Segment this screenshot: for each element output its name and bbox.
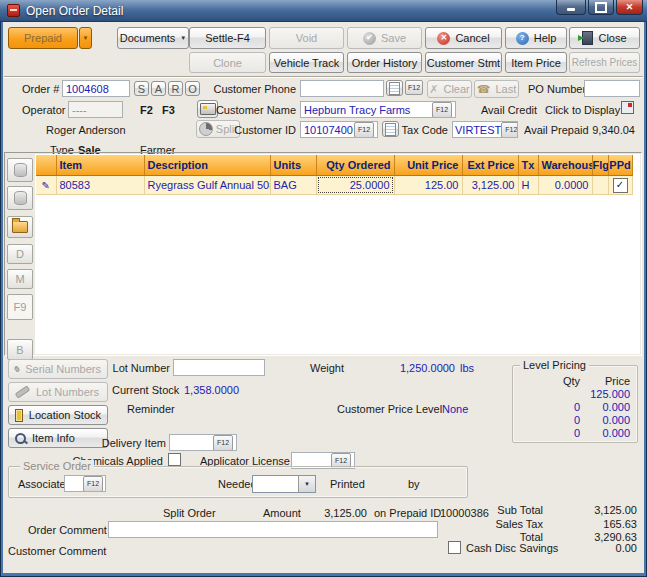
delivery-item-f12-button[interactable]: F12 [213, 435, 233, 451]
customer-name-field[interactable]: Hepburn Tracy FarmsF12 [300, 101, 456, 118]
item-price-button[interactable]: Item Price [505, 52, 567, 73]
lot-numbers-button[interactable]: Lot Numbers [8, 382, 108, 402]
clear-button[interactable]: ✗Clear [427, 80, 472, 98]
customer-stmt-button[interactable]: Customer Stmt [425, 52, 502, 73]
cell-description[interactable]: Ryegrass Gulf Annual 50# [144, 176, 270, 195]
operator-field[interactable]: ---- [68, 101, 123, 118]
clone-button[interactable]: Clone [189, 52, 266, 73]
help-button[interactable]: ?Help [505, 27, 567, 49]
column-header-units[interactable]: Units [270, 155, 316, 176]
db-add-icon [14, 163, 27, 177]
printed-label: Printed [330, 478, 365, 490]
avail-credit-icon[interactable] [621, 101, 634, 114]
order-history-button[interactable]: Order History [347, 52, 422, 73]
notepad-icon [389, 82, 400, 95]
associate-f12-button[interactable]: F12 [83, 476, 103, 492]
save-button[interactable]: ✔Save [347, 27, 422, 49]
delivery-item-field[interactable]: F12 [169, 434, 237, 451]
cell-units[interactable]: BAG [270, 176, 316, 195]
d-button[interactable]: D [7, 244, 33, 264]
wand-icon [15, 385, 31, 399]
ppd-checkbox[interactable]: ✓ [613, 178, 628, 193]
needed-dropdown[interactable]: ▼ [252, 475, 316, 493]
serial-numbers-button[interactable]: Serial Numbers [8, 359, 108, 379]
customer-name-f12-button[interactable]: F12 [432, 102, 452, 118]
cell-warehouse[interactable]: 0.0000 [538, 176, 592, 195]
cancel-button[interactable]: ✕Cancel [425, 27, 502, 49]
sub-total-label: Sub Total [480, 504, 543, 516]
saro-button-s[interactable]: S [134, 81, 149, 96]
vehicle-track-button[interactable]: Vehicle Track [269, 52, 344, 73]
po-number-field[interactable] [584, 80, 640, 97]
cell-ppd[interactable]: ✓ [608, 176, 632, 195]
column-header-unit-price[interactable]: Unit Price [394, 155, 462, 176]
phone-f12-button[interactable]: F12 [405, 80, 423, 95]
avail-credit-value[interactable]: Click to Display [545, 104, 620, 116]
close-button[interactable]: Close [569, 27, 640, 49]
order-number-field[interactable]: 1004608 [62, 80, 130, 97]
grid-corner-cell[interactable] [36, 155, 56, 176]
column-header-ext-price[interactable]: Ext Price [462, 155, 518, 176]
void-button[interactable]: Void [269, 27, 344, 49]
insert-item-button[interactable] [7, 158, 33, 182]
associate-field[interactable]: F12 [64, 475, 106, 492]
minimize-button[interactable] [556, 0, 586, 15]
documents-button[interactable]: Documents▼ [117, 27, 189, 49]
cell-ext-price[interactable]: 3,125.00 [462, 176, 518, 195]
minimize-icon [567, 8, 575, 11]
maximize-button[interactable] [588, 0, 614, 15]
column-header-flg[interactable]: Flg [592, 155, 608, 176]
chemicals-applied-checkbox[interactable] [168, 453, 181, 466]
order-items-grid: Item Description Units Qty Ordered Unit … [36, 155, 633, 195]
cell-flg[interactable] [592, 176, 608, 195]
amount-label: Amount [263, 507, 301, 519]
tax-code-field[interactable]: VIRTESTF12 [452, 121, 518, 138]
cell-unit-price[interactable]: 125.00 [394, 176, 462, 195]
window-close-button[interactable]: ✕ [616, 0, 643, 15]
location-stock-button[interactable]: Location Stock [8, 405, 108, 425]
chevron-down-icon: ▼ [180, 35, 186, 41]
prepaid-dropdown-button[interactable]: ▼ [79, 27, 92, 49]
sales-tax-value: 165.63 [567, 518, 637, 530]
item-info-button[interactable]: Item Info [8, 428, 108, 448]
app-icon [7, 4, 20, 17]
customer-comment-label: Customer Comment [8, 545, 106, 557]
lot-number-field[interactable] [173, 359, 265, 376]
edit-pencil-icon: ✎ [42, 180, 50, 191]
sub-total-value: 3,125.00 [567, 504, 637, 516]
phone-notepad-button[interactable] [386, 80, 403, 96]
tax-code-f12-button[interactable]: F12 [501, 122, 518, 138]
column-header-item[interactable]: Item [56, 155, 144, 176]
column-header-tx[interactable]: Tx [518, 155, 538, 176]
column-header-description[interactable]: Description [144, 155, 270, 176]
saro-button-a[interactable]: A [151, 81, 166, 96]
grid-row: ✎ 80583 Ryegrass Gulf Annual 50# BAG 25.… [36, 176, 632, 195]
b-button[interactable]: B [7, 339, 33, 360]
last-button[interactable]: ☎Last [474, 80, 519, 98]
settle-button[interactable]: Settle-F4 [189, 27, 266, 49]
service-order-title: Service Order [20, 460, 94, 472]
saro-button-o[interactable]: O [185, 81, 200, 96]
f9-button[interactable]: F9 [7, 294, 33, 320]
db-remove-icon [14, 191, 27, 205]
delete-item-button[interactable] [7, 186, 33, 210]
cash-disc-checkbox[interactable] [448, 541, 461, 554]
refresh-prices-button[interactable]: Refresh Prices [569, 52, 640, 73]
column-header-ppd[interactable]: PPd [608, 155, 632, 176]
cell-qty-ordered[interactable]: 25.0000 [316, 176, 394, 195]
prepaid-button[interactable]: Prepaid [8, 27, 78, 49]
open-folder-button[interactable] [7, 216, 33, 238]
saro-button-r[interactable]: R [168, 81, 183, 96]
customer-phone-field[interactable] [300, 80, 384, 97]
window-title: Open Order Detail [26, 4, 123, 18]
m-button[interactable]: M [7, 269, 33, 289]
cash-disc-value: 0.00 [567, 542, 637, 554]
cell-item[interactable]: 80583 [56, 176, 144, 195]
row-selector-cell[interactable]: ✎ [36, 176, 56, 195]
maximize-icon [595, 2, 607, 13]
order-comment-field[interactable] [108, 521, 438, 538]
column-header-warehouse[interactable]: Warehouse [538, 155, 592, 176]
open-order-detail-window: Open Order Detail ✕ Prepaid ▼ Documents▼… [0, 0, 647, 577]
cell-tx[interactable]: H [518, 176, 538, 195]
column-header-qty-ordered[interactable]: Qty Ordered [316, 155, 394, 176]
